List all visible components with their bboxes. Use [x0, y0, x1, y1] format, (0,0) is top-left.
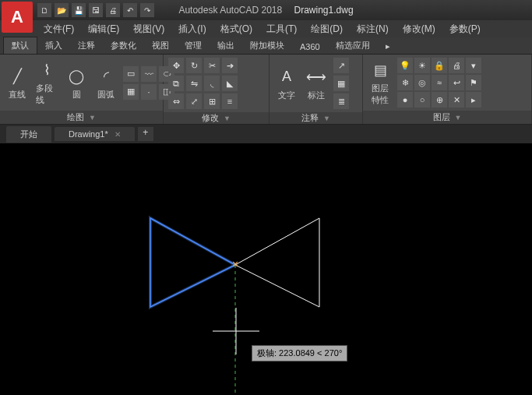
- tab-annotate[interactable]: 注释: [70, 37, 103, 54]
- polyline-icon: ⌇: [36, 59, 58, 81]
- rotate-icon[interactable]: ↻: [186, 58, 202, 73]
- layer-props-button[interactable]: ▤图层 特性: [368, 58, 393, 108]
- dimension-button[interactable]: ⟷标注: [304, 65, 329, 103]
- line-button[interactable]: ╱直线: [5, 64, 30, 102]
- freeze-icon[interactable]: ❄: [397, 75, 413, 90]
- menu-draw[interactable]: 绘图(D): [305, 21, 349, 37]
- panel-layers: ▤图层 特性 💡 ☀ 🔒 🖨 ▾ ❄ ◎ ≈ ↩ ⚑ ●: [363, 55, 532, 124]
- del-icon[interactable]: ✕: [449, 92, 464, 108]
- tab-insert[interactable]: 插入: [37, 37, 70, 54]
- new-icon[interactable]: 🗋: [37, 3, 51, 17]
- sun-icon[interactable]: ☀: [414, 58, 430, 73]
- open-icon[interactable]: 📂: [55, 3, 69, 17]
- fillet-icon[interactable]: ◟: [204, 76, 220, 91]
- menu-view[interactable]: 视图(V): [127, 21, 171, 37]
- chevron-down-icon: ▼: [455, 114, 462, 122]
- app-title: Autodesk AutoCAD 2018 Drawing1.dwg: [178, 5, 353, 16]
- menu-insert[interactable]: 插入(I): [172, 21, 212, 37]
- polyline-button[interactable]: ⌇多段线: [34, 58, 59, 108]
- layers-icon: ▤: [369, 59, 391, 81]
- menu-modify[interactable]: 修改(M): [396, 21, 442, 37]
- copy-icon[interactable]: ⧉: [168, 76, 184, 91]
- bulb-icon[interactable]: 💡: [397, 58, 413, 73]
- save-icon[interactable]: 💾: [72, 3, 86, 17]
- array-icon[interactable]: ⊞: [204, 93, 220, 109]
- tab-default[interactable]: 默认: [3, 37, 37, 54]
- rect-icon[interactable]: ▭: [123, 66, 139, 82]
- merge-icon[interactable]: ⊕: [432, 92, 447, 108]
- menu-tools[interactable]: 工具(T): [260, 21, 303, 37]
- hatch-icon[interactable]: ▦: [123, 84, 139, 100]
- spline-icon[interactable]: 〰: [141, 66, 157, 82]
- plot-layer-icon[interactable]: 🖨: [449, 58, 464, 73]
- move-icon[interactable]: ✥: [168, 58, 184, 73]
- stretch-icon[interactable]: ⇔: [168, 93, 184, 109]
- panel-modify-title[interactable]: 修改▼: [164, 112, 269, 124]
- document-tabs: 开始 Drawing1*✕ +: [0, 125, 532, 143]
- chevron-down-icon: ▼: [323, 115, 330, 122]
- prev-icon[interactable]: ↩: [449, 75, 464, 90]
- svg-marker-0: [150, 218, 235, 307]
- text-button[interactable]: A文字: [274, 65, 299, 103]
- on-icon[interactable]: ●: [397, 92, 413, 108]
- leader-icon[interactable]: ↗: [333, 58, 349, 73]
- tab-a360[interactable]: A360: [292, 40, 328, 54]
- tab-output[interactable]: 输出: [210, 37, 242, 54]
- polar-tooltip: 极轴: 223.0849 < 270°: [252, 345, 347, 361]
- menu-edit[interactable]: 编辑(E): [82, 21, 125, 37]
- drawing-canvas[interactable]: × 极轴: 223.0849 < 270°: [0, 143, 532, 395]
- panel-annotate: A文字 ⟷标注 ↗ ▦ ≣ 注释▼: [270, 55, 363, 124]
- tab-addon[interactable]: 附加模块: [242, 37, 292, 54]
- plot-icon[interactable]: 🖨: [106, 3, 120, 17]
- panel-layers-title[interactable]: 图层▼: [363, 111, 531, 124]
- add-tab-button[interactable]: +: [138, 127, 153, 141]
- annotate-small: ↗ ▦ ≣: [333, 58, 349, 109]
- panel-draw: ╱直线 ⌇多段线 ◯圆 ◜圆弧 ▭ 〰 ⬭ ▦ · ◫ 绘图▼: [0, 55, 164, 124]
- match-icon[interactable]: ≈: [432, 75, 447, 90]
- mirror-icon[interactable]: ⇋: [186, 76, 202, 91]
- ribbon: ╱直线 ⌇多段线 ◯圆 ◜圆弧 ▭ 〰 ⬭ ▦ · ◫ 绘图▼ ✥ ↻ ✂ ➔ …: [0, 55, 532, 125]
- trim-icon[interactable]: ✂: [204, 58, 220, 73]
- layer-dd-icon[interactable]: ▾: [466, 58, 481, 73]
- tab-more-icon[interactable]: ▸: [378, 39, 398, 54]
- app-logo[interactable]: A: [2, 2, 33, 33]
- close-icon[interactable]: ✕: [115, 130, 121, 139]
- quick-access-toolbar: 🗋 📂 💾 🖫 🖨 ↶ ↷: [37, 3, 154, 17]
- redo-icon[interactable]: ↷: [140, 3, 154, 17]
- menu-param[interactable]: 参数(P): [443, 21, 487, 37]
- circle-icon: ◯: [65, 65, 87, 87]
- app-name: Autodesk AutoCAD 2018: [178, 5, 282, 16]
- tab-param[interactable]: 参数化: [103, 37, 144, 54]
- panel-modify: ✥ ↻ ✂ ➔ ⧉ ⇋ ◟ ◣ ⇔ ⤢ ⊞ ≡ 修改▼: [164, 55, 270, 124]
- panel-annotate-title[interactable]: 注释▼: [270, 112, 362, 124]
- state-icon[interactable]: ⚑: [466, 75, 481, 90]
- panel-draw-title[interactable]: 绘图▼: [0, 111, 163, 124]
- point-icon[interactable]: ·: [141, 84, 157, 100]
- chevron-down-icon: ▼: [224, 115, 231, 122]
- tab-manage[interactable]: 管理: [177, 37, 210, 54]
- text-icon: A: [276, 66, 298, 88]
- tab-featured[interactable]: 精选应用: [328, 37, 378, 54]
- iso-icon[interactable]: ◎: [414, 75, 430, 90]
- extend-icon[interactable]: ➔: [222, 58, 238, 73]
- mtext-icon[interactable]: ≣: [333, 93, 349, 109]
- circle-button[interactable]: ◯圆: [64, 64, 89, 102]
- off-icon[interactable]: ○: [414, 92, 430, 108]
- lock-icon[interactable]: 🔒: [432, 58, 447, 73]
- table-icon[interactable]: ▦: [333, 76, 349, 91]
- menu-file[interactable]: 文件(F): [37, 21, 80, 37]
- tab-view[interactable]: 视图: [144, 37, 177, 54]
- menu-format[interactable]: 格式(O): [214, 21, 259, 37]
- chamfer-icon[interactable]: ◣: [222, 76, 238, 91]
- walk-icon[interactable]: ▸: [466, 92, 481, 108]
- scale-icon[interactable]: ⤢: [186, 93, 202, 109]
- menu-dim[interactable]: 标注(N): [351, 21, 395, 37]
- svg-marker-2: [235, 218, 319, 307]
- doc-tab-start[interactable]: 开始: [6, 126, 51, 143]
- saveas-icon[interactable]: 🖫: [89, 3, 103, 17]
- offset-icon[interactable]: ≡: [222, 93, 238, 109]
- undo-icon[interactable]: ↶: [123, 3, 137, 17]
- arc-button[interactable]: ◜圆弧: [93, 64, 118, 102]
- doc-tab-drawing[interactable]: Drawing1*✕: [55, 127, 135, 141]
- ribbon-tabs: 默认 插入 注释 参数化 视图 管理 输出 附加模块 A360 精选应用 ▸: [0, 37, 532, 55]
